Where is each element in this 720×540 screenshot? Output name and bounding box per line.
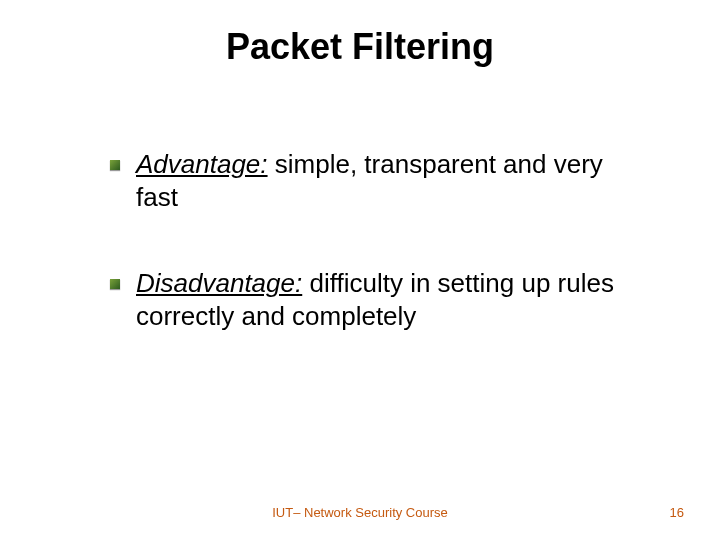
bullet-icon: [110, 160, 120, 170]
footer-text: IUT– Network Security Course: [0, 505, 720, 520]
bullet-text: Disadvantage: difficulty in setting up r…: [136, 267, 630, 332]
bullet-lead: Advantage:: [136, 149, 268, 179]
list-item: Disadvantage: difficulty in setting up r…: [110, 267, 630, 332]
slide-body: Advantage: simple, transparent and very …: [110, 148, 630, 386]
bullet-text: Advantage: simple, transparent and very …: [136, 148, 630, 213]
page-number: 16: [670, 505, 684, 520]
list-item: Advantage: simple, transparent and very …: [110, 148, 630, 213]
slide: Packet Filtering Advantage: simple, tran…: [0, 0, 720, 540]
bullet-icon: [110, 279, 120, 289]
bullet-lead: Disadvantage:: [136, 268, 302, 298]
slide-title: Packet Filtering: [0, 26, 720, 68]
